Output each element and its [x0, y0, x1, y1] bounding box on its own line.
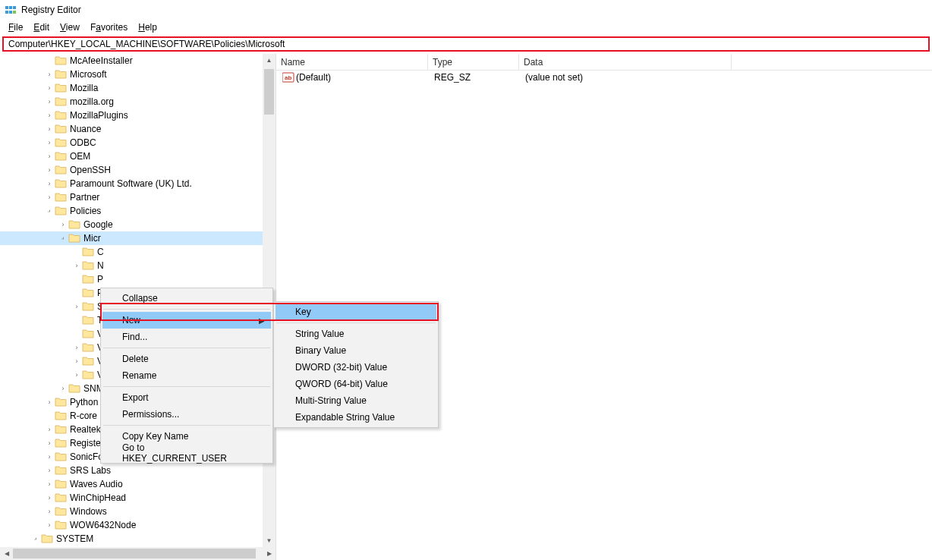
- expand-icon[interactable]: ›: [71, 301, 82, 312]
- ctx-new-qword[interactable]: QWORD (64-bit) Value: [276, 376, 436, 392]
- tree-item[interactable]: ›MozillaPlugins: [0, 109, 263, 122]
- tree-item[interactable]: ›Google: [0, 218, 263, 231]
- expand-icon[interactable]: ›: [44, 451, 55, 462]
- tree-item-label: MozillaPlugins: [70, 110, 128, 121]
- expand-icon[interactable]: ›: [44, 192, 55, 203]
- tree-item[interactable]: ›Policies: [0, 204, 263, 218]
- h-scroll-thumb[interactable]: [13, 549, 256, 558]
- expand-icon[interactable]: ›: [44, 465, 55, 476]
- expand-icon[interactable]: ›: [44, 83, 55, 93]
- expand-icon[interactable]: ›: [71, 260, 82, 271]
- expand-icon[interactable]: ›: [44, 178, 55, 189]
- expand-icon[interactable]: ›: [44, 69, 55, 80]
- folder-icon: [82, 370, 94, 380]
- tree-item[interactable]: ›Partner: [0, 190, 263, 204]
- expand-icon[interactable]: ›: [44, 110, 55, 121]
- column-header-type[interactable]: Type: [428, 54, 519, 70]
- ctx-new-label: New: [122, 315, 140, 326]
- collapse-icon[interactable]: ›: [30, 533, 41, 544]
- collapse-icon[interactable]: ›: [58, 233, 68, 244]
- expand-icon[interactable]: ›: [71, 342, 82, 353]
- context-submenu-new: Key String Value Binary Value DWORD (32-…: [273, 301, 439, 428]
- ctx-new-key[interactable]: Key: [276, 304, 436, 320]
- tree-item[interactable]: ›OEM: [0, 149, 263, 163]
- column-header-data[interactable]: Data: [519, 54, 732, 70]
- tree-item[interactable]: ›WinChipHead: [0, 491, 263, 505]
- tree-item[interactable]: ›Paramount Software (UK) Ltd.: [0, 177, 263, 190]
- expand-icon[interactable]: ›: [44, 506, 55, 517]
- scroll-up-arrow-icon[interactable]: ▲: [263, 54, 276, 67]
- expand-icon[interactable]: ›: [44, 137, 55, 148]
- svg-rect-3: [5, 11, 8, 14]
- svg-rect-2: [13, 6, 16, 9]
- tree-item[interactable]: ›Nuance: [0, 122, 263, 136]
- expand-icon[interactable]: ›: [44, 124, 55, 134]
- ctx-collapse[interactable]: Collapse: [102, 290, 271, 307]
- scroll-thumb[interactable]: [264, 69, 274, 115]
- expand-icon[interactable]: ›: [71, 370, 82, 380]
- ctx-new-binary[interactable]: Binary Value: [276, 342, 436, 359]
- ctx-delete[interactable]: Delete: [102, 351, 271, 367]
- tree-item-label: Mozilla: [70, 83, 98, 93]
- expand-icon[interactable]: ›: [58, 383, 68, 394]
- menu-file[interactable]: File: [3, 21, 28, 33]
- ctx-rename[interactable]: Rename: [102, 367, 271, 384]
- expand-icon[interactable]: ›: [71, 356, 82, 367]
- folder-icon: [55, 110, 67, 121]
- menu-view[interactable]: View: [55, 21, 85, 33]
- no-expand-icon: [71, 274, 82, 285]
- folder-icon: [55, 137, 67, 148]
- expand-icon[interactable]: ›: [44, 479, 55, 489]
- expand-icon[interactable]: ›: [44, 165, 55, 175]
- tree-item-label: Microsoft: [70, 69, 107, 80]
- tree-item[interactable]: McAfeeInstaller: [0, 54, 263, 68]
- tree-item[interactable]: ›Windows: [0, 505, 263, 518]
- horizontal-scrollbar[interactable]: ◀ ▶: [0, 547, 276, 560]
- menu-favorites[interactable]: Favorites: [85, 21, 133, 33]
- ctx-new-expandable[interactable]: Expandable String Value: [276, 409, 436, 426]
- tree-item[interactable]: C: [0, 245, 263, 259]
- tree-item[interactable]: ›N: [0, 259, 263, 272]
- expand-icon[interactable]: ›: [44, 438, 55, 448]
- ctx-new-multistring[interactable]: Multi-String Value: [276, 392, 436, 409]
- separator: [103, 386, 270, 387]
- ctx-new-string[interactable]: String Value: [276, 326, 436, 342]
- collapse-icon[interactable]: ›: [44, 206, 55, 216]
- tree-item[interactable]: ›Microsoft: [0, 68, 263, 81]
- tree-item[interactable]: ›Waves Audio: [0, 477, 263, 491]
- scroll-right-arrow-icon[interactable]: ▶: [263, 547, 276, 560]
- menu-help[interactable]: Help: [133, 21, 162, 33]
- value-name: (Default): [296, 72, 331, 83]
- expand-icon[interactable]: ›: [44, 151, 55, 162]
- ctx-permissions[interactable]: Permissions...: [102, 406, 271, 423]
- column-header-name[interactable]: Name: [276, 54, 428, 70]
- ctx-new[interactable]: New ▶: [102, 312, 271, 329]
- expand-icon[interactable]: ›: [44, 96, 55, 107]
- folder-icon: [82, 260, 94, 271]
- expand-icon[interactable]: ›: [44, 397, 55, 407]
- tree-item[interactable]: ›OpenSSH: [0, 163, 263, 177]
- ctx-export[interactable]: Export: [102, 389, 271, 406]
- ctx-new-dword[interactable]: DWORD (32-bit) Value: [276, 359, 436, 376]
- list-row[interactable]: ab (Default) REG_SZ (value not set): [276, 71, 932, 84]
- menu-edit[interactable]: Edit: [28, 21, 55, 33]
- tree-item[interactable]: ›ODBC: [0, 136, 263, 149]
- expand-icon[interactable]: ›: [44, 492, 55, 503]
- tree-item[interactable]: ›SYSTEM: [0, 532, 263, 546]
- tree-item[interactable]: ›Micr: [0, 231, 263, 245]
- tree-item[interactable]: P: [0, 272, 263, 286]
- tree-item[interactable]: ›Mozilla: [0, 81, 263, 95]
- tree-item[interactable]: ›mozilla.org: [0, 95, 263, 109]
- scroll-left-arrow-icon[interactable]: ◀: [0, 547, 13, 560]
- tree-item[interactable]: ›SRS Labs: [0, 464, 263, 477]
- expand-icon[interactable]: ›: [44, 424, 55, 435]
- expand-icon[interactable]: ›: [58, 219, 68, 230]
- ctx-goto-hkcu[interactable]: Go to HKEY_CURRENT_USER: [102, 445, 271, 461]
- ctx-find[interactable]: Find...: [102, 329, 271, 345]
- tree-item[interactable]: ›WOW6432Node: [0, 518, 263, 532]
- address-input[interactable]: [7, 38, 925, 50]
- tree-item-label: Paramount Software (UK) Ltd.: [70, 178, 192, 189]
- scroll-down-arrow-icon[interactable]: ▼: [263, 534, 276, 547]
- value-data: (value not set): [521, 72, 733, 83]
- expand-icon[interactable]: ›: [44, 520, 55, 530]
